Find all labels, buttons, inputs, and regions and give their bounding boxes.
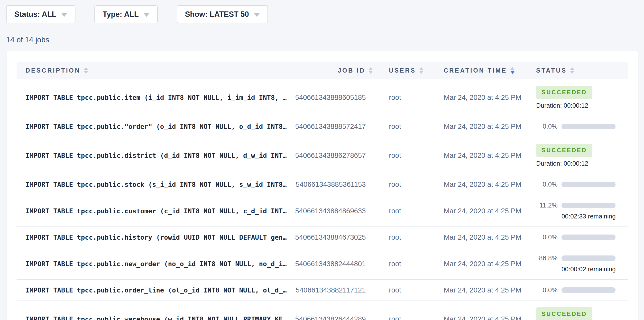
chevron-down-icon (144, 13, 150, 17)
table-row: IMPORT TABLE tpcc.public."order" (o_id I… (16, 116, 628, 137)
chevron-down-icon (61, 13, 67, 17)
table-row: IMPORT TABLE tpcc.public.district (d_id … (16, 137, 628, 174)
table-row: IMPORT TABLE tpcc.public.warehouse (w_id… (16, 301, 628, 320)
progress-bar (562, 124, 616, 129)
column-label: DESCRIPTION (26, 67, 80, 74)
status-badge: SUCCEEDED (536, 307, 592, 320)
creation-time-cell: Mar 24, 2020 at 4:25 PM (444, 301, 536, 320)
table-row: IMPORT TABLE tpcc.public.new_order (no_o… (16, 248, 628, 279)
users-cell: root (373, 79, 444, 116)
column-header-description[interactable]: DESCRIPTION (16, 62, 293, 79)
users-cell: root (373, 116, 444, 137)
status-progress-block: 0.0% (536, 233, 628, 241)
job-id-link[interactable]: 540661343882444801 (293, 248, 373, 279)
job-id-link[interactable]: 540661343884869633 (293, 195, 373, 227)
progress-bar (562, 234, 616, 240)
job-id-link[interactable]: 540661343888572417 (293, 116, 373, 137)
status-badge: SUCCEEDED (536, 144, 592, 157)
sort-arrows-icon (84, 67, 88, 74)
percent-text: 0.0% (536, 123, 558, 130)
duration-text: Duration: 00:00:12 (536, 160, 628, 167)
table-row: IMPORT TABLE tpcc.public.item (i_id INT8… (16, 79, 628, 116)
column-label: STATUS (536, 67, 567, 74)
sort-arrows-icon (570, 67, 574, 74)
description-cell: IMPORT TABLE tpcc.public.customer (c_id … (16, 195, 293, 227)
job-id-link[interactable]: 540661343885361153 (293, 174, 373, 195)
description-cell: IMPORT TABLE tpcc.public.district (d_id … (16, 137, 293, 174)
description-cell: IMPORT TABLE tpcc.public.item (i_id INT8… (16, 79, 293, 116)
description-cell: IMPORT TABLE tpcc.public.warehouse (w_id… (16, 301, 293, 320)
remaining-text: 00:02:33 remaining (562, 213, 616, 220)
percent-text: 86.8% (536, 254, 558, 262)
description-cell: IMPORT TABLE tpcc.public.order_line (ol_… (16, 279, 293, 301)
job-id-link[interactable]: 540661343888605185 (293, 79, 373, 116)
duration-text: Duration: 00:00:12 (536, 102, 628, 109)
type-filter-label: Type: ALL (103, 10, 139, 19)
table-row: IMPORT TABLE tpcc.public.stock (s_i_id I… (16, 174, 628, 195)
users-cell: root (373, 174, 444, 195)
sort-arrows-icon (419, 67, 423, 74)
jobs-table-card: DESCRIPTION JOB ID USERS (6, 51, 638, 320)
job-id-link[interactable]: 540661343886278657 (293, 137, 373, 174)
users-cell: root (373, 227, 444, 248)
users-cell: root (373, 301, 444, 320)
percent-text: 11.2% (536, 202, 558, 209)
status-progress-block: 86.8% 00:00:02 remaining (536, 254, 628, 273)
status-cell: SUCCEEDED Duration: 00:00:08 (536, 301, 628, 320)
table-row: IMPORT TABLE tpcc.public.customer (c_id … (16, 195, 628, 227)
column-label: USERS (389, 67, 416, 74)
jobs-table: DESCRIPTION JOB ID USERS (16, 62, 628, 320)
table-row: IMPORT TABLE tpcc.public.order_line (ol_… (16, 279, 628, 301)
creation-time-cell: Mar 24, 2020 at 4:25 PM (444, 195, 536, 227)
status-succeeded-block: SUCCEEDED Duration: 00:00:12 (536, 144, 628, 167)
job-id-link[interactable]: 540661343826444289 (293, 301, 373, 320)
job-id-link[interactable]: 540661343882117121 (293, 279, 373, 301)
description-cell: IMPORT TABLE tpcc.public.new_order (no_o… (16, 248, 293, 279)
creation-time-cell: Mar 24, 2020 at 4:25 PM (444, 116, 536, 137)
creation-time-cell: Mar 24, 2020 at 4:25 PM (444, 79, 536, 116)
jobs-table-body: IMPORT TABLE tpcc.public.item (i_id INT8… (16, 79, 628, 320)
column-label: JOB ID (338, 67, 365, 74)
jobs-table-header: DESCRIPTION JOB ID USERS (16, 62, 628, 79)
column-header-status[interactable]: STATUS (536, 62, 628, 79)
status-filter-dropdown[interactable]: Status: ALL (6, 5, 76, 23)
table-row: IMPORT TABLE tpcc.public.history (rowid … (16, 227, 628, 248)
users-cell: root (373, 279, 444, 301)
status-cell: 86.8% 00:00:02 remaining (536, 248, 628, 279)
show-filter-dropdown[interactable]: Show: LATEST 50 (177, 5, 268, 23)
progress-bar (562, 203, 616, 208)
filter-bar: Status: ALL Type: ALL Show: LATEST 50 (0, 0, 644, 23)
status-filter-label: Status: ALL (14, 10, 56, 19)
sort-arrows-icon (369, 67, 372, 74)
job-id-link[interactable]: 540661343884673025 (293, 227, 373, 248)
percent-text: 0.0% (536, 233, 558, 241)
status-succeeded-block: SUCCEEDED Duration: 00:00:08 (536, 307, 628, 320)
progress-bar (562, 182, 616, 187)
column-header-users[interactable]: USERS (373, 62, 444, 79)
users-cell: root (373, 195, 444, 227)
status-cell: 0.0% (536, 174, 628, 195)
creation-time-cell: Mar 24, 2020 at 4:25 PM (444, 174, 536, 195)
creation-time-cell: Mar 24, 2020 at 4:25 PM (444, 279, 536, 301)
status-cell: 11.2% 00:02:33 remaining (536, 195, 628, 227)
status-badge: SUCCEEDED (536, 86, 592, 99)
status-cell: 0.0% (536, 227, 628, 248)
status-succeeded-block: SUCCEEDED Duration: 00:00:12 (536, 86, 628, 109)
progress-bar (562, 255, 616, 261)
column-header-creation-time[interactable]: CREATION TIME (444, 62, 536, 79)
status-cell: SUCCEEDED Duration: 00:00:12 (536, 137, 628, 174)
creation-time-cell: Mar 24, 2020 at 4:25 PM (444, 227, 536, 248)
status-cell: 0.0% (536, 279, 628, 301)
column-header-job-id[interactable]: JOB ID (293, 62, 373, 79)
percent-text: 0.0% (536, 181, 558, 188)
status-progress-block: 0.0% (536, 181, 628, 188)
status-cell: 0.0% (536, 116, 628, 137)
remaining-text: 00:00:02 remaining (562, 265, 616, 273)
description-cell: IMPORT TABLE tpcc.public.history (rowid … (16, 227, 293, 248)
show-filter-label: Show: LATEST 50 (185, 10, 249, 19)
progress-bar (562, 287, 616, 293)
type-filter-dropdown[interactable]: Type: ALL (94, 5, 158, 23)
percent-text: 0.0% (536, 286, 558, 294)
jobs-count: 14 of 14 jobs (6, 36, 644, 44)
status-cell: SUCCEEDED Duration: 00:00:12 (536, 79, 628, 116)
